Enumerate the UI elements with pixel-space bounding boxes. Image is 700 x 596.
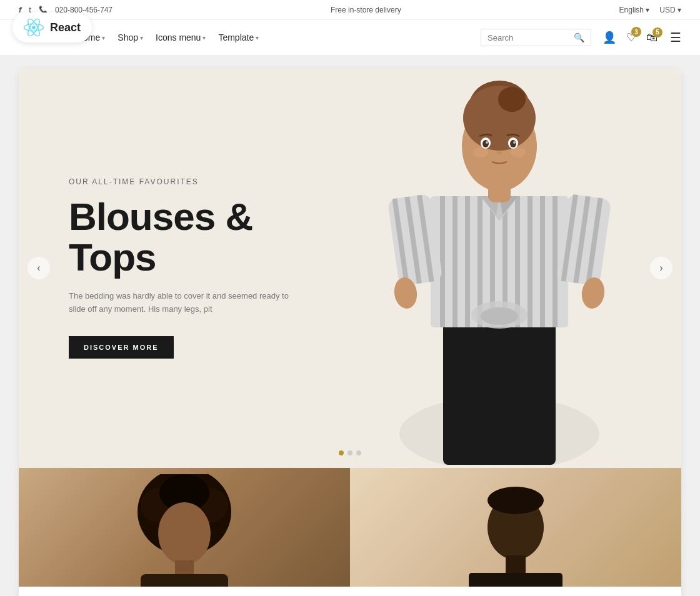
- svg-point-28: [481, 307, 518, 325]
- svg-point-51: [158, 502, 211, 565]
- svg-rect-53: [141, 574, 228, 587]
- svg-point-40: [496, 151, 502, 154]
- svg-point-37: [510, 140, 516, 147]
- currency-selector[interactable]: USD ▾: [659, 6, 681, 14]
- free-delivery-text: Free in-store delivery: [331, 6, 401, 14]
- chevron-down-icon: ▾: [102, 34, 105, 41]
- hero-subtitle: OUR ALL-TIME FAVOURITES: [69, 177, 294, 186]
- nav-menu: Home ▾ Shop ▾ Icons menu ▾ Template ▾: [72, 30, 264, 45]
- nav-item-icons[interactable]: Icons menu ▾: [151, 30, 211, 45]
- product-card: OUR ALL-TIME FAVOURITES Blouses & Tops T…: [19, 68, 681, 596]
- discover-more-button[interactable]: DISCOVER MORE: [69, 336, 174, 359]
- top-bar: f t 📞 020-800-456-747 Free in-store deli…: [0, 0, 700, 20]
- hero-title: Blouses & Tops: [69, 196, 294, 277]
- svg-rect-57: [469, 573, 562, 587]
- preview-image-right: [350, 468, 681, 587]
- search-input[interactable]: [488, 33, 569, 42]
- svg-point-33: [498, 87, 526, 112]
- hero-figure-svg: [374, 71, 624, 465]
- navigation: Varkala Home ▾ Shop ▾ Icons menu ▾ Templ…: [0, 20, 700, 56]
- nav-right: 🔍 👤 ♡ 3 🛍 5 ☰: [481, 29, 681, 46]
- account-icon: 👤: [602, 31, 616, 44]
- cart-icon-wrap[interactable]: 🛍 5: [646, 31, 658, 44]
- slide-dot-2[interactable]: [348, 450, 352, 455]
- svg-point-42: [511, 147, 526, 157]
- svg-point-39: [513, 141, 516, 144]
- preview-row: React: [19, 468, 681, 587]
- top-bar-right: English ▾ USD ▾: [619, 6, 681, 14]
- cart-badge: 5: [652, 27, 662, 37]
- svg-rect-1: [443, 309, 556, 465]
- svg-rect-6: [465, 196, 470, 327]
- slide-dot-3[interactable]: [356, 450, 361, 455]
- svg-point-55: [488, 487, 544, 514]
- chevron-down-icon: ▾: [140, 34, 143, 41]
- hero-content: OUR ALL-TIME FAVOURITES Blouses & Tops T…: [19, 140, 344, 396]
- account-icon-wrap[interactable]: 👤: [602, 31, 616, 44]
- next-slide-button[interactable]: ›: [650, 257, 672, 279]
- search-bar[interactable]: 🔍: [481, 29, 591, 46]
- language-selector[interactable]: English ▾: [619, 6, 650, 14]
- preview-image-left: [19, 468, 350, 587]
- hero-image: [317, 68, 681, 468]
- chevron-down-icon: ▾: [202, 34, 206, 41]
- svg-rect-4: [440, 196, 445, 327]
- svg-rect-5: [452, 196, 458, 327]
- slide-dots: [339, 450, 361, 455]
- wishlist-badge: 3: [631, 27, 641, 37]
- prev-slide-button[interactable]: ‹: [28, 257, 50, 279]
- svg-point-36: [482, 140, 489, 147]
- svg-rect-13: [552, 196, 558, 327]
- svg-point-41: [473, 147, 488, 157]
- wishlist-icon-wrap[interactable]: ♡ 3: [626, 31, 636, 44]
- svg-point-38: [486, 141, 488, 144]
- facebook-icon[interactable]: f: [19, 5, 21, 14]
- search-icon[interactable]: 🔍: [574, 32, 584, 42]
- hero-section: OUR ALL-TIME FAVOURITES Blouses & Tops T…: [19, 68, 681, 468]
- nav-item-template[interactable]: Template ▾: [213, 30, 264, 45]
- svg-rect-12: [540, 196, 545, 327]
- hamburger-icon[interactable]: ☰: [670, 30, 681, 45]
- slide-dot-1[interactable]: [339, 450, 344, 455]
- nav-item-shop[interactable]: Shop ▾: [112, 30, 148, 45]
- hero-description: The bedding was hardly able to cover it …: [69, 290, 294, 316]
- product-info: Varkala – E-commerce theme [React] E-Com…: [19, 587, 681, 596]
- svg-rect-11: [528, 196, 532, 327]
- nav-icons: 👤 ♡ 3 🛍 5 ☰: [602, 30, 681, 45]
- chevron-down-icon: ▾: [256, 34, 259, 41]
